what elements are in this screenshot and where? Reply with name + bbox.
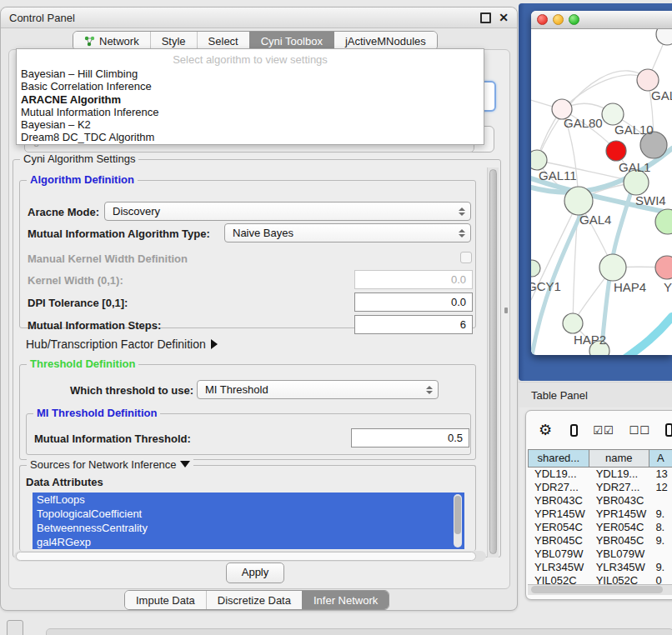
network-canvas[interactable]: GAL GAL80 GAL10 GAL1 GAL11 SWI4 GAL4 GCY…	[531, 29, 672, 355]
table-row[interactable]: YBR045C YBR045C 9.	[528, 534, 672, 548]
manual-kernel-width-checkbox[interactable]	[460, 252, 472, 263]
table-function-icon[interactable]	[665, 423, 672, 437]
kernel-width-label: Kernel Width (0,1):	[28, 274, 123, 287]
attribute-item-selected[interactable]: SelfLoops	[33, 492, 464, 507]
table-horizontal-scrollbar[interactable]	[528, 584, 672, 595]
dpi-tolerance-input[interactable]: 0.0	[354, 292, 473, 312]
split-pane-handle[interactable]	[504, 308, 508, 313]
minimize-traffic-light[interactable]	[553, 14, 564, 25]
algorithm-option[interactable]: Bayesian – K2	[17, 118, 484, 131]
table-cell[interactable]: YER054C	[589, 521, 649, 534]
algorithm-option[interactable]: Mutual Information Inference	[17, 106, 484, 118]
tab-cyni-toolbox[interactable]: Cyni Toolbox	[249, 32, 333, 50]
table-cell[interactable]: YDL19...	[528, 468, 589, 481]
network-node-hap4[interactable]	[599, 254, 626, 281]
table-cell[interactable]: YBR045C	[528, 534, 589, 548]
attribute-item-selected[interactable]: TopologicalCoefficient	[33, 507, 464, 521]
tab-impute-data[interactable]: Impute Data	[125, 591, 206, 609]
network-node[interactable]	[655, 256, 672, 279]
table-row[interactable]: YDR27... YDR27... 12	[528, 481, 672, 494]
network-node-gal11[interactable]	[531, 150, 547, 170]
network-node-gal4[interactable]	[564, 187, 593, 215]
settings-vertical-scrollbar[interactable]	[487, 168, 499, 558]
mi-threshold-input[interactable]: 0.5	[351, 428, 469, 448]
table-cell[interactable]: YBL079W	[589, 548, 649, 561]
table-cell[interactable]: YBL079W	[528, 548, 589, 561]
table-cell[interactable]: 9.	[649, 534, 672, 548]
table-cell[interactable]: 9.	[649, 561, 672, 574]
gear-icon[interactable]: ⚙	[539, 421, 552, 439]
tab-jactivemnodules[interactable]: jActiveMNodules	[333, 32, 437, 50]
algorithm-option[interactable]: Dream8 DC_TDC Algorithm	[17, 131, 484, 143]
table-row[interactable]: YLR345W YLR345W 9.	[528, 561, 672, 574]
apply-button[interactable]: Apply	[226, 562, 284, 583]
network-node-hap2[interactable]	[563, 313, 583, 333]
zoom-traffic-light[interactable]	[569, 14, 579, 25]
table-cell[interactable]: YIL052C	[589, 574, 649, 584]
table-cell[interactable]: YDL19...	[589, 468, 649, 481]
network-node-gcy1[interactable]	[531, 260, 540, 277]
table-cell[interactable]: YDR27...	[589, 481, 649, 494]
scrollbar-thumb[interactable]	[531, 586, 663, 593]
tab-infer-network[interactable]: Infer Network	[302, 591, 389, 609]
scrollbar-thumb[interactable]	[454, 496, 461, 534]
table-cell[interactable]: YDR27...	[528, 481, 589, 494]
collapsed-panel-button[interactable]	[7, 620, 23, 635]
table-row[interactable]: YBL079W YBL079W	[528, 548, 672, 561]
tab-style[interactable]: Style	[150, 32, 197, 50]
hub-definition-expander[interactable]: Hub/Transcription Factor Definition	[26, 338, 218, 351]
close-traffic-light[interactable]	[537, 14, 548, 25]
scrollbar-thumb[interactable]	[16, 552, 476, 561]
network-node[interactable]	[656, 29, 672, 45]
table-row[interactable]: YDL19... YDL19... 13	[528, 468, 672, 481]
close-icon[interactable]: ✕	[499, 12, 509, 23]
which-threshold-combo[interactable]: MI Threshold	[197, 380, 439, 399]
table-row[interactable]: YER054C YER054C 8.	[528, 521, 672, 534]
table-cell[interactable]: YER054C	[528, 521, 589, 534]
tab-network[interactable]: Network	[73, 32, 150, 50]
aracne-mode-combo[interactable]: Discovery	[104, 202, 471, 221]
table-row[interactable]: YPR145W YPR145W 9.	[528, 508, 672, 521]
tab-discretize-data[interactable]: Discretize Data	[206, 591, 302, 609]
table-cell[interactable]: YBR045C	[589, 534, 649, 548]
attribute-item-selected[interactable]: gal4RGexp	[33, 535, 464, 549]
kernel-width-input[interactable]: 0.0	[354, 270, 473, 289]
table-cell[interactable]: YLR345W	[528, 561, 589, 574]
aracne-mode-label: Aracne Mode:	[28, 206, 99, 218]
table-cell[interactable]: YIL052C	[528, 574, 589, 584]
network-node-selected-red[interactable]	[606, 141, 626, 161]
table-cell[interactable]: 9.	[649, 508, 672, 521]
table-cell[interactable]: YPR145W	[528, 508, 589, 521]
table-cell[interactable]	[649, 494, 672, 508]
columns-icon[interactable]	[570, 424, 578, 437]
select-all-checkboxes-icon[interactable]: ☑☑	[593, 424, 614, 437]
settings-horizontal-scrollbar[interactable]	[14, 551, 486, 562]
scrollbar-thumb[interactable]	[489, 169, 497, 554]
table-cell[interactable]: YBR043C	[589, 494, 649, 508]
table-cell[interactable]: 13	[649, 468, 672, 481]
sources-title-row[interactable]: Sources for Network Inference	[27, 458, 193, 471]
table-cell[interactable]: YPR145W	[589, 508, 649, 521]
table-cell[interactable]: 12	[649, 481, 672, 494]
deselect-all-checkboxes-icon[interactable]: ☐☐	[629, 424, 650, 437]
column-header-partial[interactable]: A	[649, 449, 672, 468]
table-cell[interactable]: YLR345W	[589, 561, 649, 574]
algorithm-option[interactable]: Bayesian – Hill Climbing	[17, 68, 484, 80]
table-cell[interactable]: 8.	[649, 521, 672, 534]
table-cell[interactable]: 0	[649, 574, 672, 584]
mi-algorithm-type-combo[interactable]: Naive Bayes	[224, 223, 471, 242]
network-node-swi4[interactable]	[655, 209, 672, 234]
table-cell[interactable]	[649, 548, 672, 561]
algorithm-option-selected[interactable]: ARACNE Algorithm	[17, 93, 484, 106]
tab-select[interactable]: Select	[197, 32, 249, 50]
column-header-shared-name[interactable]: shared...	[528, 449, 589, 468]
algorithm-option[interactable]: Basic Correlation Inference	[17, 80, 484, 92]
table-cell[interactable]: YBR043C	[528, 494, 589, 508]
mi-steps-input[interactable]: 6	[354, 315, 473, 334]
attribute-list-scrollbar[interactable]	[454, 494, 462, 548]
attribute-item-selected[interactable]: BetweennessCentrality	[33, 521, 464, 535]
table-row[interactable]: YIL052C YIL052C 0	[528, 574, 672, 584]
table-row[interactable]: YBR043C YBR043C	[528, 494, 672, 508]
float-window-icon[interactable]	[480, 12, 491, 23]
column-header-name[interactable]: name	[589, 449, 649, 468]
